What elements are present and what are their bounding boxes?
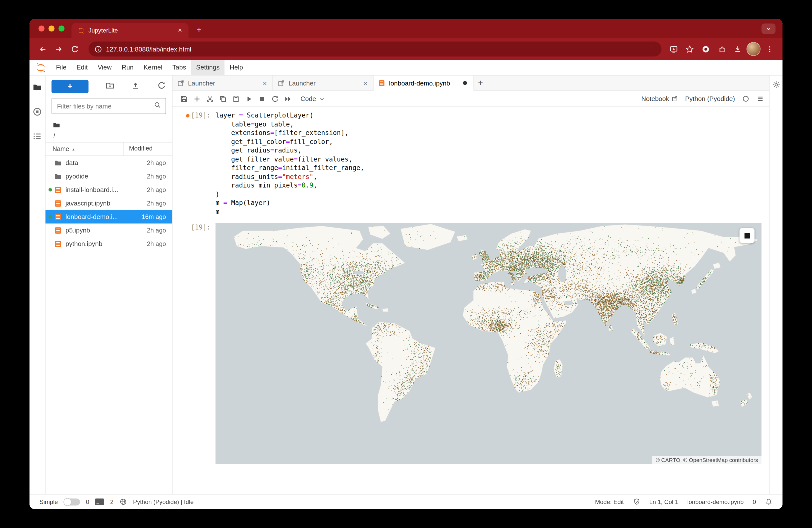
kernel-count[interactable]: 0 <box>86 498 89 505</box>
jupyterlab-app: FileEditViewRunKernelTabsSettingsHelp <box>29 60 783 509</box>
menu-view[interactable]: View <box>93 60 117 75</box>
header-modified[interactable]: Modified <box>124 143 172 156</box>
code-line: table=geo_table, <box>216 120 364 129</box>
table-of-contents-tab-icon[interactable] <box>32 132 42 143</box>
minimize-window-button[interactable] <box>48 26 55 31</box>
kernel-selector[interactable]: Python (Pyodide) <box>685 95 735 103</box>
file-browser-tab-icon[interactable] <box>32 83 42 94</box>
tab-title: JupyterLite <box>88 27 175 34</box>
kernel-dot-placeholder <box>48 202 52 205</box>
pinned-extension-icon[interactable] <box>698 42 712 56</box>
output-prompt: [19]: <box>173 223 216 464</box>
close-tab-icon[interactable]: × <box>175 26 185 35</box>
menu-tabs[interactable]: Tabs <box>168 60 191 75</box>
running-kernels-tab-icon[interactable] <box>32 107 42 118</box>
home-folder-icon[interactable] <box>53 121 60 129</box>
run-cell-button[interactable] <box>243 92 256 105</box>
site-info-icon[interactable] <box>95 45 102 53</box>
code-editor[interactable]: layer = ScatterplotLayer( table=geo_tabl… <box>216 111 364 216</box>
paste-cells-button[interactable] <box>230 92 243 105</box>
menu-file[interactable]: File <box>51 60 72 75</box>
bookmark-star-icon[interactable] <box>682 42 696 56</box>
dirty-indicator[interactable] <box>463 81 467 85</box>
zoom-window-button[interactable] <box>58 26 64 31</box>
url-bar[interactable]: 127.0.0.1:8080/lab/index.html <box>88 42 662 57</box>
close-window-button[interactable] <box>39 26 44 31</box>
upload-icon[interactable] <box>131 81 140 92</box>
new-tab-button[interactable]: + <box>192 24 205 36</box>
kernel-status-text[interactable]: Python (Pyodide) | Idle <box>133 498 193 505</box>
hamburger-menu-icon[interactable] <box>756 95 764 103</box>
terminal-count[interactable]: 2 <box>110 498 114 505</box>
world-scatterplot-map[interactable] <box>216 223 762 464</box>
add-cell-button[interactable] <box>190 92 203 105</box>
file-browser-panel: + <box>45 75 173 494</box>
mode-indicator[interactable]: Mode: Edit <box>595 498 624 505</box>
simple-mode-toggle[interactable] <box>64 498 80 505</box>
restart-run-all-button[interactable] <box>281 92 294 105</box>
header-name[interactable]: Name ▲ <box>45 146 124 152</box>
file-row-install-lonboard-i-[interactable]: install-lonboard.i...2h ago <box>45 183 172 196</box>
notification-count[interactable]: 0 <box>753 498 756 505</box>
dock-tab-launcher-1[interactable]: Launcher× <box>273 75 374 91</box>
interrupt-kernel-button[interactable] <box>256 92 269 105</box>
kebab-menu-icon[interactable] <box>763 42 777 56</box>
menu-settings[interactable]: Settings <box>191 60 224 75</box>
main-dock-panel: Launcher×Launcher×lonboard-demo.ipynb + <box>173 75 769 494</box>
url-text[interactable]: 127.0.0.1:8080/lab/index.html <box>106 45 191 53</box>
file-name: javascript.ipynb <box>66 200 129 207</box>
file-filter-input[interactable] <box>56 102 154 110</box>
restart-kernel-button[interactable] <box>269 92 281 105</box>
cut-cells-button[interactable] <box>203 92 217 105</box>
forward-button[interactable] <box>52 42 66 56</box>
menu-run[interactable]: Run <box>117 60 139 75</box>
file-row-p5-ipynb[interactable]: p5.ipynb2h ago <box>45 223 172 237</box>
file-modified: 2h ago <box>129 186 172 193</box>
active-filename[interactable]: lonboard-demo.ipynb <box>687 498 744 505</box>
kernel-status-icon[interactable] <box>742 95 750 103</box>
file-row-pyodide[interactable]: pyodide2h ago <box>45 170 172 183</box>
menu-help[interactable]: Help <box>224 60 248 75</box>
new-launcher-button[interactable]: + <box>52 80 88 93</box>
install-app-icon[interactable] <box>667 42 681 56</box>
profile-avatar[interactable] <box>746 42 760 56</box>
close-icon[interactable]: × <box>362 79 368 87</box>
tab-search-chevron-icon[interactable] <box>762 24 775 34</box>
fullscreen-button[interactable] <box>740 228 754 243</box>
code-cell[interactable]: [19]: layer = ScatterplotLayer( table=ge… <box>173 111 769 216</box>
file-modified: 16m ago <box>129 213 172 220</box>
breadcrumb[interactable] <box>53 121 165 131</box>
cursor-position[interactable]: Ln 1, Col 1 <box>649 498 678 505</box>
add-tab-button[interactable]: + <box>474 78 487 88</box>
cell-type-dropdown[interactable]: Code <box>301 95 325 103</box>
map-output[interactable]: © CARTO, © OpenStreetMap contributors <box>216 223 762 464</box>
trust-shield-icon[interactable] <box>633 498 640 505</box>
property-inspector-gear-icon[interactable] <box>772 80 780 91</box>
dock-tab-notebook[interactable]: lonboard-demo.ipynb <box>374 75 474 91</box>
file-row-javascript-ipynb[interactable]: javascript.ipynb2h ago <box>45 196 172 210</box>
file-row-python-ipynb[interactable]: python.ipynb2h ago <box>45 237 172 250</box>
file-row-lonboard-demo-i-[interactable]: lonboard-demo.i...16m ago <box>45 210 172 223</box>
back-button[interactable] <box>35 42 50 56</box>
menu-edit[interactable]: Edit <box>72 60 93 75</box>
refresh-icon[interactable] <box>157 81 166 92</box>
reload-button[interactable] <box>68 42 82 56</box>
dock-tab-launcher-0[interactable]: Launcher× <box>173 75 273 91</box>
extensions-puzzle-icon[interactable] <box>714 42 728 56</box>
file-row-data[interactable]: data2h ago <box>45 156 172 170</box>
open-in-notebook-view[interactable]: Notebook <box>641 95 678 103</box>
downloads-icon[interactable] <box>730 42 744 56</box>
close-icon[interactable]: × <box>261 79 268 87</box>
launcher-icon <box>177 79 185 87</box>
notebook-content[interactable]: [19]: layer = ScatterplotLayer( table=ge… <box>173 107 769 494</box>
bell-icon[interactable] <box>765 498 772 505</box>
menu-kernel[interactable]: Kernel <box>139 60 167 75</box>
code-line: get_filter_value=filter_values, <box>216 155 364 163</box>
tab-label: lonboard-demo.ipynb <box>389 79 461 87</box>
globe-icon[interactable] <box>119 498 127 505</box>
browser-tab[interactable]: JupyterLite × <box>72 23 188 38</box>
new-folder-icon[interactable] <box>105 81 114 92</box>
map-attribution[interactable]: © CARTO, © OpenStreetMap contributors <box>652 456 762 464</box>
save-button[interactable] <box>177 92 190 105</box>
copy-cells-button[interactable] <box>217 92 230 105</box>
